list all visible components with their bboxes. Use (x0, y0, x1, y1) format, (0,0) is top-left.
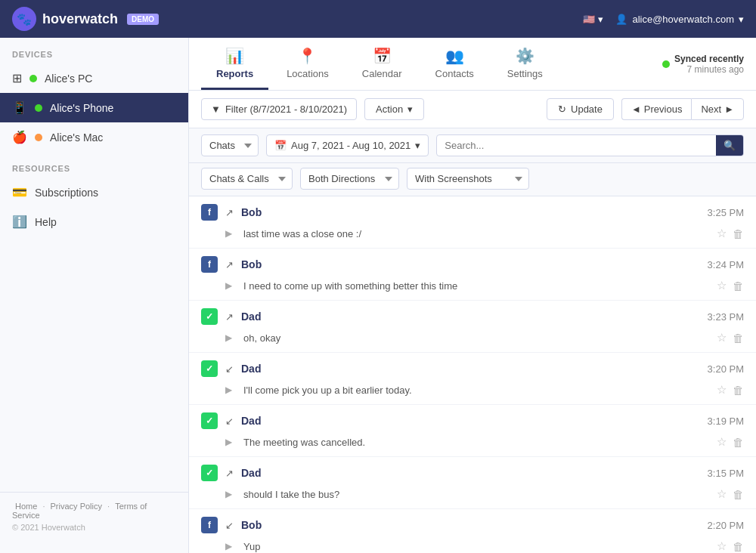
tab-settings[interactable]: ⚙️ Settings (492, 38, 558, 90)
delete-icon[interactable]: 🗑 (733, 227, 744, 240)
star-icon[interactable]: ☆ (717, 383, 727, 397)
next-label: Next (701, 103, 721, 115)
message-header: f ↗ Bob 3:25 PM (189, 196, 756, 225)
direction-arrow: ↗ (225, 207, 234, 218)
devices-label: DEVICES (0, 38, 188, 63)
user-menu[interactable]: 👤 alice@hoverwatch.com ▾ (615, 14, 744, 25)
screenshots-select[interactable]: With Screenshots Without Screenshots All (407, 168, 529, 190)
expand-arrow[interactable]: ▶ (225, 385, 236, 395)
category-select[interactable]: Chats Calls SMS All (201, 134, 259, 156)
expand-arrow[interactable]: ▶ (225, 280, 236, 291)
tab-calendar[interactable]: 📅 Calendar (347, 38, 417, 90)
contact-name: Bob (241, 519, 262, 531)
platform-icon: ✓ (201, 465, 218, 481)
sidebar-footer: Home · Privacy Policy · Terms of Service… (0, 492, 188, 541)
flag-icon: 🇺🇸 (583, 14, 595, 25)
pc-icon: ⊞ (12, 71, 22, 85)
type-select[interactable]: Chats & Calls Chats Only Calls Only (201, 168, 293, 190)
update-button[interactable]: ↻ Update (547, 98, 614, 120)
user-arrow: ▾ (739, 14, 744, 25)
prev-chevron-icon: ◄ (631, 103, 641, 115)
delete-icon[interactable]: 🗑 (733, 540, 744, 553)
direction-arrow: ↗ (225, 259, 234, 270)
direction-arrow: ↗ (225, 311, 234, 323)
user-email: alice@hoverwatch.com (632, 14, 734, 25)
next-button[interactable]: Next ► (691, 98, 744, 120)
status-dot-pc (29, 75, 37, 82)
expand-arrow[interactable]: ▶ (225, 437, 236, 447)
main-layout: DEVICES ⊞ Alice's PC 📱 Alice's Phone 🍎 A… (0, 38, 756, 553)
filter-button[interactable]: ▼ Filter (8/7/2021 - 8/10/2021) (201, 98, 357, 120)
subscriptions-icon: 💳 (12, 185, 27, 199)
action-button[interactable]: Action ▾ (364, 98, 424, 120)
platform-icon: ✓ (201, 360, 218, 377)
message-time: 3:23 PM (708, 311, 744, 323)
date-picker[interactable]: 📅 Aug 7, 2021 - Aug 10, 2021 ▾ (266, 134, 429, 156)
logo-area: 🐾 hoverwatch DEMO (12, 7, 159, 31)
footer-home-link[interactable]: Home (15, 502, 37, 511)
filter-label: Filter (8/7/2021 - 8/10/2021) (225, 103, 347, 115)
expand-arrow[interactable]: ▶ (225, 541, 236, 551)
message-actions: ☆ 🗑 (717, 383, 744, 397)
star-icon[interactable]: ☆ (717, 539, 727, 553)
star-icon[interactable]: ☆ (717, 487, 727, 501)
locations-tab-icon: 📍 (298, 47, 317, 65)
tab-contacts[interactable]: 👥 Contacts (420, 38, 489, 90)
phone-icon: 📱 (12, 100, 27, 115)
contacts-tab-icon: 👥 (445, 47, 464, 65)
expand-arrow[interactable]: ▶ (225, 228, 236, 239)
platform-icon: f (201, 204, 218, 221)
filter-funnel-icon: ▼ (211, 103, 221, 115)
star-icon[interactable]: ☆ (717, 435, 727, 449)
sidebar-item-help[interactable]: ℹ️ Help (0, 207, 188, 236)
message-body: ▶ The meeting was cancelled. ☆ 🗑 (189, 434, 756, 456)
star-icon[interactable]: ☆ (717, 279, 727, 292)
sidebar-item-subscriptions[interactable]: 💳 Subscriptions (0, 178, 188, 207)
message-header: ✓ ↙ Dad 3:20 PM (189, 353, 756, 382)
footer-privacy-link[interactable]: Privacy Policy (51, 502, 102, 511)
expand-arrow[interactable]: ▶ (225, 332, 236, 343)
direction-select[interactable]: Both Directions Incoming Only Outgoing O… (300, 168, 399, 190)
contact-name: Bob (241, 206, 262, 218)
contact-name: Bob (241, 258, 262, 270)
delete-icon[interactable]: 🗑 (733, 436, 744, 449)
language-selector[interactable]: 🇺🇸 ▾ (583, 14, 603, 25)
calendar-icon: 📅 (274, 140, 287, 151)
sidebar-item-label: Alice's PC (45, 73, 92, 85)
footer-copyright: © 2021 Hoverwatch (12, 523, 176, 532)
sidebar-item-alices-pc[interactable]: ⊞ Alice's PC (0, 63, 188, 93)
message-header: f ↙ Bob 2:20 PM (189, 509, 756, 538)
message-text: I need to come up with something better … (243, 280, 709, 292)
message-header: ✓ ↗ Dad 3:23 PM (189, 301, 756, 329)
message-header: ✓ ↗ Dad 3:15 PM (189, 457, 756, 486)
sidebar-item-label: Alice's Phone (50, 102, 113, 114)
delete-icon[interactable]: 🗑 (733, 280, 744, 292)
delete-icon[interactable]: 🗑 (733, 384, 744, 397)
expand-arrow[interactable]: ▶ (225, 489, 236, 499)
tab-locations[interactable]: 📍 Locations (271, 38, 344, 90)
sidebar-item-alices-mac[interactable]: 🍎 Alice's Mac (0, 122, 188, 152)
tab-reports[interactable]: 📊 Reports (201, 38, 268, 90)
search-button[interactable]: 🔍 (716, 135, 743, 156)
sync-dot (662, 60, 670, 68)
message-group: ✓ ↗ Dad 3:23 PM ▶ oh, okay ☆ 🗑 (189, 301, 756, 353)
platform-icon: f (201, 256, 218, 273)
tab-label: Contacts (435, 68, 474, 79)
message-text: Yup (243, 541, 709, 552)
delete-icon[interactable]: 🗑 (733, 488, 744, 501)
message-header: ✓ ↙ Dad 3:19 PM (189, 405, 756, 434)
message-group: f ↙ Bob 2:20 PM ▶ Yup ☆ 🗑 (189, 509, 756, 553)
toolbar: ▼ Filter (8/7/2021 - 8/10/2021) Action ▾… (189, 91, 756, 128)
star-icon[interactable]: ☆ (717, 227, 727, 240)
message-time: 3:24 PM (708, 259, 744, 270)
calendar-tab-icon: 📅 (373, 47, 392, 65)
sidebar-item-alices-phone[interactable]: 📱 Alice's Phone (0, 93, 188, 122)
reports-tab-icon: 📊 (225, 47, 244, 65)
delete-icon[interactable]: 🗑 (733, 332, 744, 344)
search-input[interactable] (437, 135, 716, 156)
tabs-left: 📊 Reports 📍 Locations 📅 Calendar 👥 Conta… (201, 38, 558, 90)
previous-button[interactable]: ◄ Previous (621, 98, 691, 120)
message-actions: ☆ 🗑 (717, 279, 744, 292)
message-time: 2:20 PM (708, 520, 744, 531)
star-icon[interactable]: ☆ (717, 331, 727, 344)
